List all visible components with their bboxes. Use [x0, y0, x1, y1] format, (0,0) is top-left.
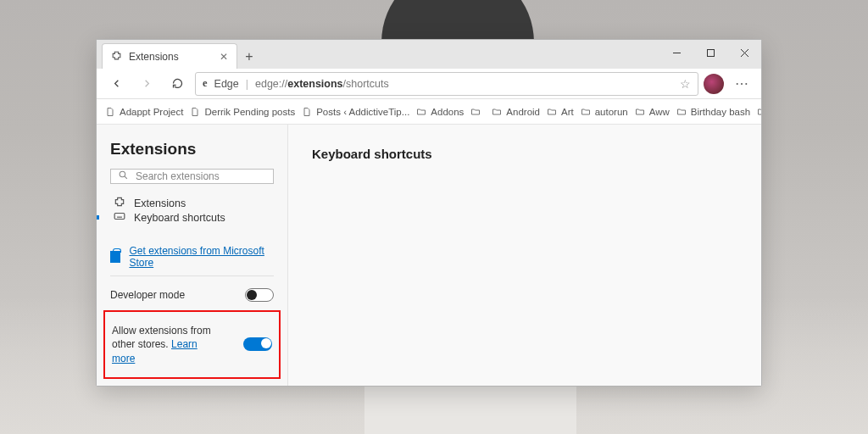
back-button[interactable]	[103, 71, 129, 97]
bookmark-item[interactable]: books	[757, 107, 761, 117]
microsoft-store-link[interactable]: Get extensions from Microsoft Store	[129, 245, 274, 269]
url-text: edge://extensions/shortcuts	[255, 78, 673, 90]
svg-rect-6	[114, 214, 125, 220]
page-heading: Keyboard shortcuts	[312, 147, 737, 161]
other-stores-toggle[interactable]	[243, 337, 272, 351]
bookmark-item[interactable]: Derrik Pending posts	[190, 107, 295, 117]
developer-mode-label: Developer mode	[110, 288, 185, 302]
browser-window: Extensions ✕ + e Edge | edge://extension…	[96, 39, 762, 387]
sidebar-item-keyboard-shortcuts[interactable]: Keyboard shortcuts	[110, 210, 274, 225]
content-area: Extensions Search extensions Extensions …	[97, 125, 761, 386]
other-stores-label: Allow extensions from other stores. Lear…	[112, 324, 222, 365]
search-extensions-input[interactable]: Search extensions	[110, 169, 274, 184]
bookmark-item[interactable]: Birthday bash	[676, 107, 750, 117]
close-window-button[interactable]	[727, 40, 761, 65]
search-placeholder: Search extensions	[136, 170, 220, 182]
new-tab-button[interactable]: +	[237, 45, 261, 69]
sidebar-item-label: Extensions	[134, 198, 186, 209]
bookmark-item[interactable]: Adappt Project	[105, 107, 183, 117]
address-bar[interactable]: e Edge | edge://extensions/shortcuts ☆	[195, 72, 698, 96]
bookmark-item[interactable]: Addons	[416, 107, 464, 117]
sidebar-item-label: Keyboard shortcuts	[134, 212, 225, 224]
favorite-icon[interactable]: ☆	[680, 77, 691, 91]
highlight-box: Allow extensions from other stores. Lear…	[103, 310, 281, 379]
minimize-button[interactable]	[659, 40, 693, 65]
svg-line-5	[125, 176, 127, 179]
close-tab-icon[interactable]: ✕	[220, 51, 228, 63]
bookmarks-bar: Adappt ProjectDerrik Pending postsPosts …	[97, 99, 761, 125]
bookmark-item[interactable]: Android	[492, 107, 540, 117]
divider	[110, 275, 274, 276]
toolbar: e Edge | edge://extensions/shortcuts ☆ ⋯	[97, 69, 761, 99]
forward-button[interactable]	[134, 71, 159, 97]
puzzle-icon	[114, 196, 125, 210]
store-link-row: Get extensions from Microsoft Store	[110, 245, 274, 269]
addr-label: Edge	[214, 78, 239, 90]
edge-logo-icon: e	[203, 77, 208, 90]
sidebar-title: Extensions	[110, 140, 274, 159]
menu-button[interactable]: ⋯	[729, 71, 754, 97]
store-icon	[110, 251, 120, 263]
developer-mode-toggle[interactable]	[245, 288, 274, 302]
bookmark-item[interactable]: Art	[547, 107, 574, 117]
developer-mode-row: Developer mode	[110, 283, 274, 307]
sidebar: Extensions Search extensions Extensions …	[97, 125, 288, 386]
bookmark-item[interactable]	[470, 107, 485, 117]
svg-point-4	[120, 171, 125, 177]
sidebar-item-extensions[interactable]: Extensions	[110, 196, 274, 210]
bookmark-item[interactable]: autorun	[581, 107, 628, 117]
tab-title: Extensions	[129, 51, 179, 63]
other-stores-row: Allow extensions from other stores. Lear…	[112, 319, 272, 370]
bookmark-item[interactable]: Aww	[635, 107, 670, 117]
main-panel: Keyboard shortcuts	[288, 125, 761, 386]
profile-avatar[interactable]	[704, 74, 724, 94]
bookmark-item[interactable]: Posts ‹ AddictiveTip...	[302, 107, 409, 117]
window-controls	[659, 40, 761, 65]
browser-tab[interactable]: Extensions ✕	[102, 43, 237, 69]
puzzle-icon	[111, 50, 122, 64]
titlebar: Extensions ✕ +	[97, 40, 761, 69]
maximize-button[interactable]	[693, 40, 727, 65]
svg-rect-1	[707, 49, 714, 56]
keyboard-icon	[114, 210, 125, 225]
search-icon	[118, 170, 129, 183]
refresh-button[interactable]	[164, 71, 190, 97]
